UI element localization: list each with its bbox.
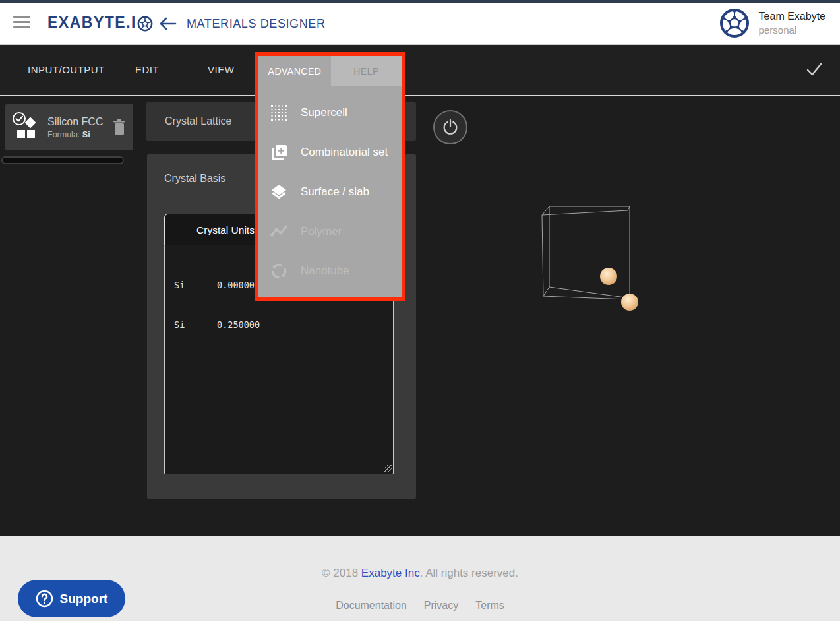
- menu-item-surface-slab[interactable]: Surface / slab: [258, 172, 402, 212]
- workspace: Silicon FCC Formula: Si Crystal Lattice …: [0, 96, 840, 505]
- delete-material-icon[interactable]: [112, 119, 127, 136]
- dropdown-tab-row: ADVANCED HELP: [258, 56, 402, 86]
- page-title: MATERIALS DESIGNER: [187, 17, 326, 31]
- atom-sphere: [600, 268, 617, 285]
- crystal-3d-viewport[interactable]: [525, 194, 657, 319]
- menu-help[interactable]: HELP: [331, 56, 402, 86]
- basis-line: Si 0.250000: [174, 318, 384, 331]
- hamburger-menu-icon[interactable]: [13, 16, 30, 29]
- sidebar-scrollbar[interactable]: [1, 156, 124, 164]
- atom-sphere: [621, 294, 638, 311]
- user-account-chip[interactable]: Team Exabyte personal: [719, 8, 825, 38]
- menu-item-label: Nanotube: [301, 265, 349, 278]
- library-add-icon: [270, 144, 287, 161]
- logo-ball-icon: [137, 16, 153, 32]
- menu-input-output[interactable]: INPUT/OUTPUT: [28, 45, 105, 95]
- menu-view[interactable]: VIEW: [208, 45, 234, 95]
- help-question-icon: [36, 590, 53, 608]
- unit-cell-wireframe: [542, 206, 630, 299]
- save-check-icon[interactable]: [806, 62, 823, 77]
- user-role: personal: [759, 24, 825, 36]
- materials-sidebar: Silicon FCC Formula: Si: [0, 96, 140, 505]
- logo-text: EXABYTE.I: [47, 14, 136, 32]
- link-documentation[interactable]: Documentation: [336, 600, 407, 611]
- zigzag-chain-icon: [270, 223, 287, 240]
- back-arrow-icon[interactable]: [158, 16, 177, 32]
- materials-designer-app: EXABYTE.I MATERIALS DESIGNER: [0, 0, 840, 626]
- page-footer: © 2018 Exabyte Inc. All rights reserved.…: [0, 536, 840, 621]
- menu-item-label: Supercell: [301, 106, 347, 119]
- bottom-dark-strip: [0, 506, 840, 536]
- menu-item-label: Surface / slab: [301, 185, 369, 199]
- footer-links: Documentation Privacy Terms: [0, 600, 840, 611]
- menu-item-label: Polymer: [301, 225, 342, 238]
- menu-item-supercell[interactable]: Supercell: [258, 93, 402, 133]
- support-label: Support: [60, 592, 108, 606]
- link-terms[interactable]: Terms: [475, 600, 504, 611]
- layers-icon: [270, 183, 287, 201]
- menu-item-nanotube[interactable]: Nanotube: [258, 251, 402, 291]
- advanced-menu-list: Supercell Combinatorial set: [258, 93, 402, 291]
- advanced-menu-dropdown-highlighted: ADVANCED HELP Supercell: [255, 52, 405, 301]
- designer-menubar: INPUT/OUTPUT EDIT VIEW: [0, 45, 840, 96]
- menu-item-label: Combinatorial set: [301, 146, 388, 159]
- team-avatar-icon: [719, 8, 750, 38]
- material-name: Silicon FCC: [47, 116, 112, 128]
- exabyte-logo[interactable]: EXABYTE.I: [47, 14, 153, 32]
- material-formula: Formula: Si: [47, 130, 112, 139]
- menu-item-combinatorial-set[interactable]: Combinatorial set: [258, 133, 402, 172]
- crystal-basis-title: Crystal Basis: [164, 173, 225, 185]
- app-header: EXABYTE.I MATERIALS DESIGNER: [0, 0, 840, 45]
- copyright-line: © 2018 Exabyte Inc. All rights reserved.: [0, 567, 840, 580]
- user-name: Team Exabyte: [759, 11, 825, 22]
- menu-edit[interactable]: EDIT: [135, 45, 159, 95]
- menu-advanced[interactable]: ADVANCED: [258, 56, 331, 86]
- link-privacy[interactable]: Privacy: [424, 600, 458, 611]
- viewer-panel: [420, 96, 840, 505]
- power-button[interactable]: [433, 110, 467, 144]
- broken-circle-icon: [270, 263, 287, 280]
- company-link[interactable]: Exabyte Inc: [361, 567, 420, 579]
- support-button[interactable]: Support: [18, 580, 125, 617]
- menu-item-polymer[interactable]: Polymer: [258, 212, 402, 251]
- supercell-grid-icon: [270, 104, 287, 121]
- material-item-silicon-fcc[interactable]: Silicon FCC Formula: Si: [5, 104, 133, 150]
- resize-handle-icon[interactable]: [384, 465, 392, 472]
- material-set-check-icon: [11, 110, 41, 144]
- power-icon: [442, 119, 458, 135]
- bottom-white-strip: [0, 621, 840, 626]
